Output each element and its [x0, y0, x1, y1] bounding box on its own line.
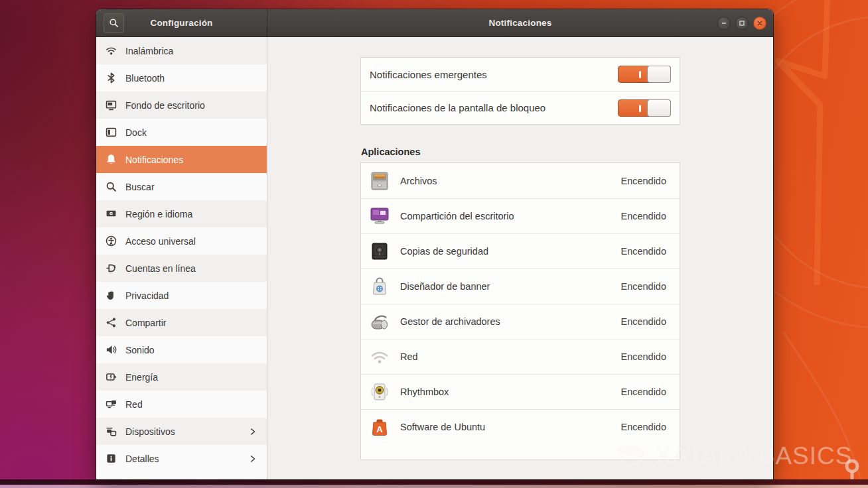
sidebar-item-detalles[interactable]: Detalles — [96, 445, 267, 472]
maximize-icon — [739, 20, 745, 27]
app-status: Encendido — [620, 351, 666, 362]
chevron-right-icon — [248, 427, 257, 436]
sidebar-item-privacidad[interactable]: Privacidad — [96, 282, 267, 309]
sidebar-item-label: Fondo de escritorio — [125, 100, 257, 111]
sidebar-item-notificaciones[interactable]: Notificaciones — [96, 146, 267, 173]
app-status: Encendido — [620, 387, 666, 397]
app-status: Encendido — [620, 316, 666, 327]
bluetooth-icon — [106, 72, 117, 84]
search-button[interactable] — [104, 13, 124, 33]
battery-icon — [106, 371, 117, 383]
wallpaper-icon — [106, 99, 117, 111]
dock-icon — [106, 127, 117, 138]
sidebar-item-inalambrica[interactable]: Inalámbrica — [96, 37, 267, 64]
app-name: Software de Ubuntu — [400, 422, 611, 432]
global-toggles-card: Notificaciones emergentes Notificaciones… — [360, 57, 680, 125]
hand-icon — [106, 290, 117, 301]
rhythmbox-speaker-icon — [369, 381, 390, 402]
devices-icon — [106, 426, 117, 437]
sidebar-item-fondo-de-escritorio[interactable]: Fondo de escritorio — [96, 91, 267, 119]
sidebar-item-label: Dispositivos — [125, 426, 240, 437]
settings-sidebar: Inalámbrica Bluetooth Fondo de escritori… — [96, 37, 267, 479]
toggle-row-emergentes: Notificaciones emergentes — [361, 58, 680, 91]
sidebar-item-cuentas-en-linea[interactable]: Cuentas en línea — [96, 255, 267, 282]
app-name: Diseñador de banner — [400, 281, 611, 292]
minimize-button[interactable] — [717, 17, 731, 30]
app-name: Rhythmbox — [400, 387, 611, 397]
app-status: Encendido — [620, 176, 666, 186]
online-accounts-icon — [106, 263, 117, 274]
sidebar-item-label: Región e idioma — [125, 209, 257, 219]
lock-screen-notifications-toggle[interactable] — [618, 99, 671, 117]
svg-text:A: A — [376, 424, 383, 434]
card-bottom-padding — [361, 444, 680, 459]
app-row-disenador-de-banner[interactable]: Diseñador de banner Encendido — [361, 269, 680, 304]
sidebar-item-label: Cuentas en línea — [125, 263, 257, 274]
settings-window: Configuración Notificaciones — [96, 9, 773, 479]
sidebar-item-dock[interactable]: Dock — [96, 119, 267, 146]
sidebar-item-energia[interactable]: Energía — [96, 363, 267, 391]
sidebar-item-label: Buscar — [125, 182, 257, 192]
app-row-software-de-ubuntu[interactable]: A Software de Ubuntu Encendido — [361, 409, 680, 444]
sidebar-item-region-e-idioma[interactable]: Región e idioma — [96, 200, 267, 227]
headerbar: Configuración Notificaciones — [96, 9, 773, 37]
wifi-icon — [106, 45, 117, 56]
app-row-comparticion-del-escritorio[interactable]: Compartición del escritorio Encendido — [361, 198, 680, 233]
notification-banners-toggle[interactable] — [618, 66, 671, 83]
app-name: Copias de seguridad — [400, 246, 611, 257]
close-button[interactable] — [753, 17, 766, 30]
network-icon — [106, 398, 117, 410]
sidebar-item-compartir[interactable]: Compartir — [96, 309, 267, 336]
toggle-label: Notificaciones emergentes — [370, 69, 618, 80]
flag-icon — [106, 208, 117, 219]
sidebar-item-label: Sonido — [125, 345, 257, 355]
window-title: Notificaciones — [267, 18, 773, 28]
notifications-panel: Notificaciones emergentes Notificaciones… — [267, 37, 773, 479]
sidebar-headerbar[interactable]: Configuración — [96, 9, 267, 36]
wallpaper-bottom-pink-strip — [0, 485, 868, 488]
search-icon — [109, 18, 119, 28]
window-controls — [717, 9, 766, 36]
toggle-knob — [647, 66, 671, 83]
close-icon — [757, 20, 763, 27]
archive-roller-icon — [369, 311, 390, 332]
wallpaper-bottom-dark-strip — [0, 479, 868, 485]
ubuntu-software-bag-icon: A — [369, 416, 390, 438]
app-status: Encendido — [620, 281, 666, 292]
share-icon — [106, 317, 117, 328]
applications-list-card: Archivos Encendido Compartición del escr… — [360, 162, 680, 460]
sidebar-item-label: Privacidad — [125, 290, 257, 301]
banner-bag-icon — [369, 276, 390, 297]
toggle-label: Notificaciones de la pantalla de bloqueo — [370, 102, 618, 113]
app-name: Red — [400, 351, 611, 362]
file-cabinet-icon — [369, 170, 390, 192]
sidebar-item-label: Compartir — [125, 318, 257, 328]
sidebar-item-buscar[interactable]: Buscar — [96, 173, 267, 200]
sidebar-item-label: Red — [125, 399, 257, 410]
app-row-copias-de-seguridad[interactable]: Copias de seguridad Encendido — [361, 233, 680, 269]
sidebar-item-red[interactable]: Red — [96, 391, 267, 418]
safe-icon — [369, 241, 390, 262]
info-icon — [106, 453, 117, 464]
app-row-gestor-de-archivadores[interactable]: Gestor de archivadores Encendido — [361, 304, 680, 339]
sidebar-item-acceso-universal[interactable]: Acceso universal — [96, 227, 267, 255]
sidebar-item-label: Notificaciones — [125, 154, 257, 165]
sidebar-item-bluetooth[interactable]: Bluetooth — [96, 64, 267, 91]
wifi-gray-icon — [369, 346, 390, 367]
app-name: Archivos — [400, 176, 611, 186]
sidebar-item-label: Detalles — [125, 454, 240, 464]
app-name: Gestor de archivadores — [400, 316, 611, 327]
sidebar-item-label: Bluetooth — [125, 73, 257, 84]
toggle-knob — [647, 99, 671, 117]
app-row-archivos[interactable]: Archivos Encendido — [361, 163, 680, 198]
sidebar-item-label: Acceso universal — [125, 236, 257, 247]
desktop-share-icon — [369, 206, 390, 227]
app-row-rhythmbox[interactable]: Rhythmbox Encendido — [361, 374, 680, 409]
accessibility-icon — [106, 235, 117, 247]
sidebar-item-sonido[interactable]: Sonido — [96, 336, 267, 363]
main-headerbar[interactable]: Notificaciones — [267, 9, 773, 36]
app-row-red[interactable]: Red Encendido — [361, 339, 680, 374]
maximize-button[interactable] — [735, 17, 749, 30]
app-status: Encendido — [620, 211, 666, 221]
sidebar-item-dispositivos[interactable]: Dispositivos — [96, 418, 267, 445]
